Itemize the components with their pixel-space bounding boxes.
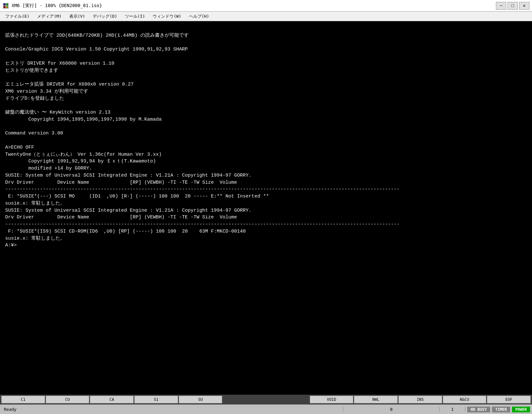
status-bar: Ready 0 1 HD BUSYTIMERPOWER [0,404,532,414]
menu-bar: ファイル(E)メディア(M)表示(V)デバッグ(D)ツール(I)ウィンドウ(W)… [0,12,532,21]
function-key-bar: C1CUCAS1SUVOIDNWLINSN&CUEOF [0,395,532,404]
status-text: Ready [0,407,343,412]
fkey-eof[interactable]: EOF [487,396,531,403]
status-mid2: 1 [440,407,465,412]
status-mid: 0 [343,407,440,412]
menu-item[interactable]: ヘルプ(H) [185,12,213,21]
fkey-s1[interactable]: S1 [134,396,178,403]
status-badges: HD BUSYTIMERPOWER [465,407,532,412]
menu-item[interactable]: ツール(I) [121,12,149,21]
close-button[interactable]: ✕ [519,2,529,10]
window-title: XM6 [実行] - 100% {DEN2000_01.iso} [12,3,496,9]
minimize-button[interactable]: ─ [496,2,506,10]
fkey-cu[interactable]: CU [46,396,90,403]
fkey-n&cu[interactable]: N&CU [443,396,487,403]
badge-power: POWER [512,407,530,412]
fkey-void[interactable]: VOID [310,396,354,403]
svg-rect-4 [6,6,8,8]
badge-timer: TIMER [492,407,510,412]
menu-item[interactable]: デバッグ(D) [89,12,121,21]
maximize-button[interactable]: □ [508,2,518,10]
menu-item[interactable]: ウィンドウ(W) [149,12,185,21]
fkey-su[interactable]: SU [179,396,223,403]
menu-item[interactable]: メディア(M) [33,12,65,21]
fkey-ca[interactable]: CA [90,396,134,403]
fkey-c1[interactable]: C1 [1,396,45,403]
menu-item[interactable]: 表示(V) [65,12,89,21]
app-icon [3,3,9,9]
svg-rect-1 [4,4,5,5]
menu-item[interactable]: ファイル(E) [1,12,33,21]
svg-rect-2 [6,4,8,5]
svg-rect-3 [4,6,5,8]
fkey-ins[interactable]: INS [398,396,442,403]
fkey-nwl[interactable]: NWL [354,396,398,403]
terminal-output: 拡張されたドライブで 2DD(640KB/720KB) 2HD(1.44MB) … [0,21,532,395]
window-controls: ─ □ ✕ [496,2,529,10]
badge-hd-busy: HD BUSY [467,407,490,412]
title-bar: XM6 [実行] - 100% {DEN2000_01.iso} ─ □ ✕ [0,0,532,12]
